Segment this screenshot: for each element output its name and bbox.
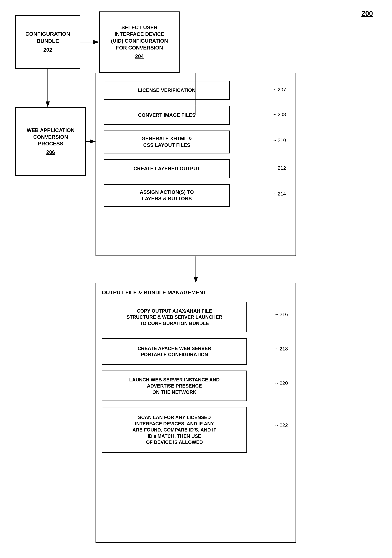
- figure-number: 200: [361, 9, 373, 17]
- create-apache-box: CREATE APACHE WEB SERVERPORTABLE CONFIGU…: [102, 338, 247, 365]
- create-layered-box: CREATE LAYERED OUTPUT: [104, 159, 230, 178]
- copy-output-box: COPY OUTPUT AJAX/AHAH FILESTRUCTURE & WE…: [102, 302, 247, 332]
- web-app-label: WEB APPLICATIONCONVERSIONPROCESS: [27, 127, 75, 147]
- config-bundle-box: CONFIGURATIONBUNDLE 202: [15, 15, 80, 69]
- web-app-conversion-box: WEB APPLICATIONCONVERSIONPROCESS 206: [15, 107, 86, 176]
- convert-image-label: CONVERT IMAGE FILES: [138, 112, 195, 119]
- launch-web-box: LAUNCH WEB SERVER INSTANCE ANDADVERTISE …: [102, 371, 247, 401]
- generate-xhtml-ref: ~ 210: [273, 137, 286, 144]
- license-ref: ~ 207: [273, 87, 286, 93]
- scan-lan-ref: ~ 222: [275, 422, 288, 429]
- select-uid-ref: 204: [111, 53, 168, 60]
- diagram-container: 200 CONFIGURATIONBUNDLE 202 SELECT USERI…: [0, 0, 392, 558]
- launch-web-label: LAUNCH WEB SERVER INSTANCE ANDADVERTISE …: [129, 377, 219, 395]
- assign-actions-label: ASSIGN ACTION(S) TOLAYERS & BUTTONS: [140, 189, 194, 202]
- output-file-bundle-outer: OUTPUT FILE & BUNDLE MANAGEMENT COPY OUT…: [96, 283, 296, 543]
- launch-web-ref: ~ 220: [275, 380, 288, 387]
- select-uid-box: SELECT USERINTERFACE DEVICE(UID) CONFIGU…: [99, 11, 180, 73]
- scan-lan-label: SCAN LAN FOR ANY LICENSEDINTERFACE DEVIC…: [132, 414, 216, 445]
- create-apache-label: CREATE APACHE WEB SERVERPORTABLE CONFIGU…: [138, 345, 211, 358]
- convert-image-ref: ~ 208: [273, 111, 286, 118]
- assign-actions-box: ASSIGN ACTION(S) TOLAYERS & BUTTONS: [104, 184, 230, 207]
- config-bundle-ref: 202: [26, 46, 70, 53]
- license-label: LICENSE VERIFICATION: [138, 87, 195, 94]
- create-layered-ref: ~ 212: [273, 165, 286, 171]
- scan-lan-box: SCAN LAN FOR ANY LICENSEDINTERFACE DEVIC…: [102, 407, 247, 453]
- output-file-bundle-label: OUTPUT FILE & BUNDLE MANAGEMENT: [102, 289, 207, 296]
- web-app-ref: 206: [27, 149, 75, 156]
- generate-xhtml-label: GENERATE XHTML &CSS LAYOUT FILES: [141, 135, 192, 148]
- copy-output-ref: ~ 216: [275, 311, 288, 318]
- convert-image-box: CONVERT IMAGE FILES: [104, 106, 230, 125]
- create-layered-label: CREATE LAYERED OUTPUT: [133, 166, 200, 172]
- select-uid-label: SELECT USERINTERFACE DEVICE(UID) CONFIGU…: [111, 24, 168, 51]
- create-apache-ref: ~ 218: [275, 346, 288, 352]
- copy-output-label: COPY OUTPUT AJAX/AHAH FILESTRUCTURE & WE…: [127, 308, 222, 327]
- generate-xhtml-box: GENERATE XHTML &CSS LAYOUT FILES: [104, 131, 230, 153]
- license-verification-box: LICENSE VERIFICATION: [104, 81, 230, 100]
- assign-actions-ref: ~ 214: [273, 191, 286, 197]
- config-bundle-label: CONFIGURATIONBUNDLE: [26, 31, 70, 44]
- conversion-steps-outer: LICENSE VERIFICATION ~ 207 CONVERT IMAGE…: [96, 73, 296, 256]
